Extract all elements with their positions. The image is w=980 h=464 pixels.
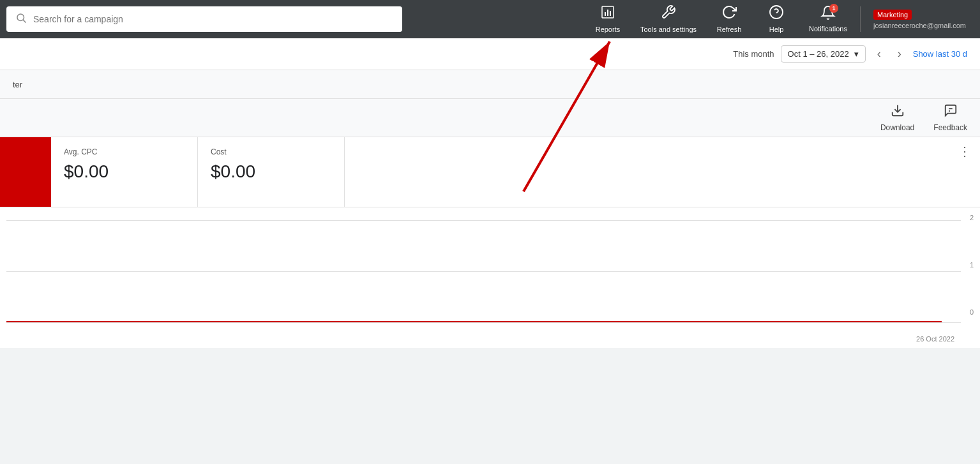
grid-line-top xyxy=(6,220,961,221)
y-label-2: 2 xyxy=(970,214,974,221)
svg-rect-3 xyxy=(605,12,606,16)
avg-cpc-card: Avg. CPC $0.00 xyxy=(51,137,198,207)
download-icon xyxy=(891,103,905,121)
reports-nav-item[interactable]: Reports xyxy=(585,0,630,38)
more-options-button[interactable]: ⋮ xyxy=(949,137,980,207)
date-row: This month Oct 1 – 26, 2022 ▾ ‹ › Show l… xyxy=(0,38,980,70)
chart-container: 2 1 0 26 Oct 2022 xyxy=(0,207,980,348)
notifications-nav-item[interactable]: 1 Notifications xyxy=(801,0,855,38)
svg-point-6 xyxy=(770,6,783,19)
download-button[interactable]: Download xyxy=(880,103,914,132)
notification-badge-wrapper: 1 xyxy=(820,5,836,24)
tools-nav-item[interactable]: Tools and settings xyxy=(633,0,704,38)
grid-line-bottom xyxy=(6,322,961,323)
chevron-down-icon: ▾ xyxy=(854,49,859,59)
y-label-0: 0 xyxy=(970,308,974,316)
search-bar[interactable] xyxy=(6,6,402,32)
svg-line-1 xyxy=(23,20,26,22)
reports-label: Reports xyxy=(596,25,621,34)
refresh-nav-item[interactable]: Refresh xyxy=(707,0,751,38)
nav-divider xyxy=(860,6,861,32)
this-month-label: This month xyxy=(733,49,774,59)
y-label-1: 1 xyxy=(970,261,974,269)
date-range-selector[interactable]: Oct 1 – 26, 2022 ▾ xyxy=(781,45,866,63)
top-navigation: Reports Tools and settings Refresh Help xyxy=(0,0,980,38)
avg-cpc-label: Avg. CPC xyxy=(64,147,185,156)
date-range-value: Oct 1 – 26, 2022 xyxy=(788,49,849,59)
feedback-icon xyxy=(944,103,958,121)
account-item[interactable]: Marketing josianreeceroche@gmail.com xyxy=(866,0,974,38)
action-row: Download Feedback xyxy=(0,99,980,137)
svg-point-0 xyxy=(17,14,24,21)
notifications-label: Notifications xyxy=(809,24,847,33)
filter-label: ter xyxy=(13,80,22,89)
help-label: Help xyxy=(769,25,784,34)
help-icon xyxy=(769,4,784,24)
account-name: Marketing xyxy=(873,10,912,20)
search-icon xyxy=(15,12,27,26)
x-label: 26 Oct 2022 xyxy=(916,335,954,343)
prev-date-arrow[interactable]: ‹ xyxy=(872,45,886,63)
feedback-button[interactable]: Feedback xyxy=(933,103,967,132)
refresh-icon xyxy=(721,4,737,24)
chart-grid xyxy=(6,220,961,322)
next-date-arrow[interactable]: › xyxy=(893,45,907,63)
svg-rect-4 xyxy=(607,10,608,16)
avg-cpc-value: $0.00 xyxy=(64,161,185,182)
notification-count: 1 xyxy=(829,4,838,13)
cost-card: Cost $0.00 xyxy=(198,137,345,207)
account-email: josianreeceroche@gmail.com xyxy=(873,22,966,29)
help-nav-item[interactable]: Help xyxy=(754,0,799,38)
refresh-label: Refresh xyxy=(717,25,742,34)
show-last-link[interactable]: Show last 30 d xyxy=(913,49,967,59)
metrics-row: Avg. CPC $0.00 Cost $0.00 ⋮ xyxy=(0,137,980,207)
red-bar xyxy=(0,137,51,207)
tools-icon xyxy=(661,4,676,24)
chart-line-red xyxy=(6,321,942,322)
download-label: Download xyxy=(880,123,914,132)
search-input[interactable] xyxy=(33,14,393,24)
grid-line-mid xyxy=(6,271,961,272)
filter-row: ter xyxy=(0,70,980,99)
svg-rect-5 xyxy=(610,11,611,16)
reports-icon xyxy=(600,4,615,24)
chart-y-labels: 2 1 0 xyxy=(970,214,974,316)
cost-label: Cost xyxy=(211,147,331,156)
tools-label: Tools and settings xyxy=(640,25,697,34)
cost-value: $0.00 xyxy=(211,161,331,182)
feedback-label: Feedback xyxy=(933,123,967,132)
